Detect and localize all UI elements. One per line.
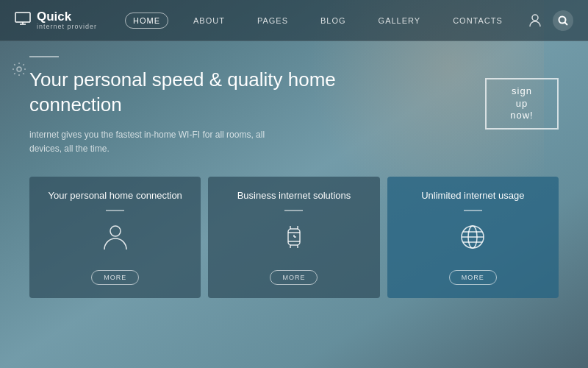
card-unlimited: Unlimited internet usage MORE [387,177,559,298]
logo: Quick internet provider [15,10,103,30]
card-business: Business internet solutions MORE [208,177,379,298]
brand-subtitle: internet provider [37,23,97,30]
header: Quick internet provider HOME ABOUT PAGES… [0,0,588,41]
hero-left: Your personal speed & quality home conne… [29,56,338,156]
main-nav: HOME ABOUT PAGES BLOG GALLERY CONTACTS [125,13,525,29]
nav-item-about[interactable]: ABOUT [186,13,232,28]
signup-button[interactable]: sign up now! [485,78,559,130]
card-unlimited-more-btn[interactable]: MORE [449,270,497,285]
search-button[interactable] [553,10,573,31]
nav-item-contacts[interactable]: CONTACTS [445,13,510,28]
hero-section: Your personal speed & quality home conne… [0,41,588,163]
gear-icon [9,59,29,79]
nav-item-blog[interactable]: BLOG [313,13,354,28]
card-unlimited-title: Unlimited internet usage [421,190,524,202]
hero-right: sign up now! [485,56,559,130]
svg-line-5 [565,22,568,25]
card-divider-3 [464,210,482,211]
nav-item-home[interactable]: HOME [125,13,168,29]
globe-icon [457,222,488,257]
svg-rect-0 [15,13,30,22]
hero-description: internet gives you the fastest in-home W… [29,128,279,156]
svg-point-6 [17,67,21,71]
card-business-title: Business internet solutions [237,190,351,202]
nav-item-pages[interactable]: PAGES [250,13,295,28]
card-personal-title: Your personal home connection [48,190,182,202]
svg-point-3 [532,15,538,21]
user-icon[interactable] [525,10,545,31]
svg-point-7 [110,226,121,236]
cards-section: Your personal home connection MORE Busin… [0,166,588,308]
monitor-icon [15,12,31,29]
brand-title: Quick [37,10,97,23]
svg-point-4 [559,16,566,23]
header-icons [525,10,573,31]
card-personal-more-btn[interactable]: MORE [91,270,139,285]
card-business-more-btn[interactable]: MORE [270,270,318,285]
watch-icon [279,222,309,257]
nav-item-gallery[interactable]: GALLERY [371,13,429,28]
hero-divider [29,56,59,57]
card-personal: Your personal home connection MORE [29,177,201,298]
hero-title: Your personal speed & quality home conne… [29,68,338,118]
card-divider-1 [106,210,124,211]
card-divider-2 [284,210,303,211]
person-icon [100,222,131,257]
